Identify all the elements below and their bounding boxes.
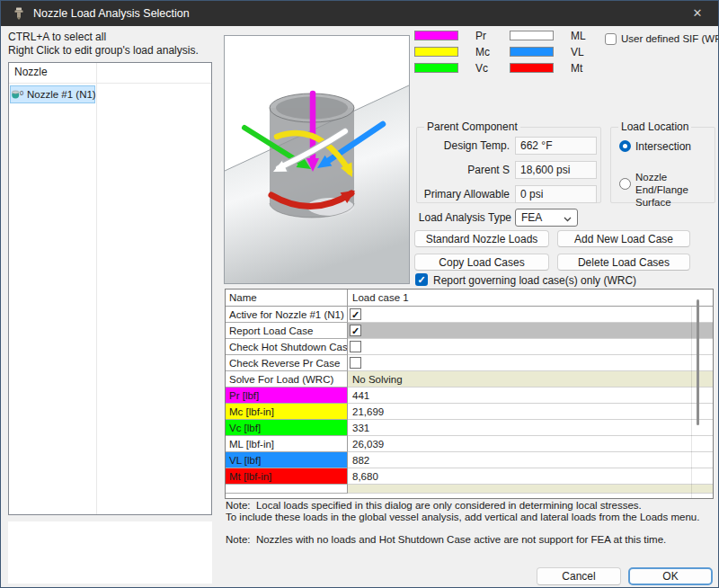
nozzle-3d-image [225,36,409,283]
row-active: Active for Nozzle #1 (N1)✓ [226,307,713,323]
row-mc: Mc [lbf-in]21,699 [226,404,713,420]
user-defined-sif-checkbox[interactable] [605,33,617,45]
row-mc-value[interactable]: 21,699 [348,404,713,420]
row-pr-value[interactable]: 441 [348,388,713,404]
legend-item-pr: Pr [414,31,515,43]
row-active-value[interactable]: ✓ [348,307,713,323]
legend-label-mc: Mc [475,46,490,58]
note-fea-support: Note: Nozzles with no loads and Hot Shut… [226,534,666,545]
row-active-label: Active for Nozzle #1 (N1) [226,307,348,323]
nozzle-list-header: Nozzle [14,66,48,78]
row-hot-shutdown: Check Hot Shutdown Case [226,339,713,355]
load-analysis-type-select[interactable]: FEA [515,209,578,227]
legend-swatch-mt [510,63,554,73]
row-mt: Mt [lbf-in]8,680 [226,468,713,485]
load-case-table[interactable]: NameLoad case 1Active for Nozzle #1 (N1)… [225,289,714,499]
note-local-loads-line1: Note: Local loads specified in this dial… [226,500,642,511]
legend-swatch-pr [414,31,458,40]
nozzle-3d-preview [224,35,410,284]
ok-button[interactable]: OK [628,567,713,585]
nozzle-item-icon: 0 [12,89,24,100]
instruction-line-1: CTRL+A to select all [8,31,199,44]
cancel-button[interactable]: Cancel [537,567,621,585]
row-mc-label: Mc [lbf-in] [226,404,348,420]
table-header-value: Load case 1 [348,290,713,307]
row-hot-shutdown-label: Check Hot Shutdown Case [226,339,348,355]
field-value-primary-allowable[interactable]: 0 psi [515,185,597,203]
row-hot-shutdown-value[interactable] [348,339,713,355]
row-vc: Vc [lbf]331 [226,420,713,436]
legend-item-mt: Mt [510,63,610,76]
row-mt-label: Mt [lbf-in] [226,468,348,485]
list-column-divider [96,63,97,514]
svg-text:0: 0 [20,89,23,97]
load-analysis-type-value: FEA [521,211,542,224]
legend-swatch-vc [414,63,458,73]
legend-item-vc: Vc [414,63,515,76]
load-analysis-type-label: Load Analysis Type [396,211,511,224]
legend-label-vl: VL [571,46,584,58]
legend-item-vl: VL [510,47,610,59]
table-scrollbar-thumb[interactable] [697,299,699,425]
row-solve-label: Solve For Load (WRC) [226,371,348,388]
user-defined-sif-label: User defined SIF (WRC) [621,33,719,44]
row-solve: Solve For Load (WRC)No Solving [226,371,713,388]
field-label-design-temp: Design Temp. [417,137,510,155]
radio-label-nozzle-end: Nozzle End/Flange Surface [635,171,719,209]
nozzle-load-analysis-dialog: Nozzle Load Analysis Selection ✕ CTRL+A … [0,0,719,588]
row-vl-value[interactable]: 882 [348,452,713,468]
chevron-down-icon [564,217,572,222]
standard-nozzle-loads-button[interactable]: Standard Nozzle Loads [414,230,549,247]
row-pr-label: Pr [lbf] [226,388,348,404]
row-reverse-pr: Check Reverse Pr Case [226,355,713,371]
dialog-title: Nozzle Load Analysis Selection [33,1,190,26]
bottom-left-panel [8,521,212,584]
delete-load-cases-button[interactable]: Delete Load Cases [557,254,690,271]
checkbox-checked-icon[interactable]: ✓ [350,308,361,320]
row-report-value[interactable]: ✓ [348,323,713,339]
row-ml-value[interactable]: 26,039 [348,436,713,452]
field-value-parent-s[interactable]: 18,600 psi [515,161,597,179]
row-report-label: Report Load Case [226,323,348,339]
add-new-load-case-button[interactable]: Add New Load Case [557,230,690,247]
table-scroll-separator [691,307,692,498]
checkbox-checked-icon[interactable]: ✓ [350,325,361,336]
row-ml: ML [lbf-in]26,039 [226,436,713,452]
parent-component-group: Parent Component Design Temp.662 °FParen… [416,127,601,203]
row-reverse-pr-value[interactable] [348,355,713,371]
row-report: Report Load Case✓ [226,323,713,339]
load-location-group: Load Location IntersectionNozzle End/Fla… [610,127,715,203]
row-ml-label: ML [lbf-in] [226,436,348,452]
copy-load-cases-button[interactable]: Copy Load Cases [414,254,549,271]
table-header-label: Name [226,290,348,307]
radio-label-intersection: Intersection [635,140,691,153]
field-label-primary-allowable: Primary Allowable [417,185,510,203]
row-vc-value[interactable]: 331 [348,420,713,436]
close-icon[interactable]: ✕ [677,1,718,26]
load-location-title: Load Location [618,120,691,133]
nozzle-list[interactable]: Nozzle 0 Nozzle #1 (N1) [8,62,212,515]
row-vl: VL [lbf]882 [226,452,713,468]
nozzle-app-icon [12,6,26,21]
checkbox-unchecked-icon[interactable] [350,357,361,369]
legend-label-pr: Pr [475,30,486,42]
row-solve-value[interactable]: No Solving [348,371,713,388]
table-partial-row-value[interactable] [348,485,713,494]
titlebar[interactable]: Nozzle Load Analysis Selection ✕ [1,1,718,26]
instruction-line-2: Right Click to edit group's load analysi… [8,44,199,58]
legend-swatch-vl [510,47,554,57]
radio-intersection[interactable] [619,140,631,152]
row-reverse-pr-label: Check Reverse Pr Case [226,355,348,371]
report-governing-checkbox[interactable]: ✓ [415,273,428,286]
legend-swatch-ml [510,31,554,40]
legend-item-mc: Mc [414,47,515,59]
row-vc-label: Vc [lbf] [226,420,348,436]
list-item-nozzle-1[interactable]: 0 Nozzle #1 (N1) [10,85,95,103]
checkbox-unchecked-icon[interactable] [350,341,361,352]
radio-nozzle-end[interactable] [619,178,631,190]
report-governing-label: Report governing load case(s) only (WRC) [433,274,636,287]
field-label-parent-s: Parent S [417,161,510,179]
list-header-divider [9,83,211,84]
field-value-design-temp[interactable]: 662 °F [515,137,597,155]
row-mt-value[interactable]: 8,680 [348,468,713,485]
